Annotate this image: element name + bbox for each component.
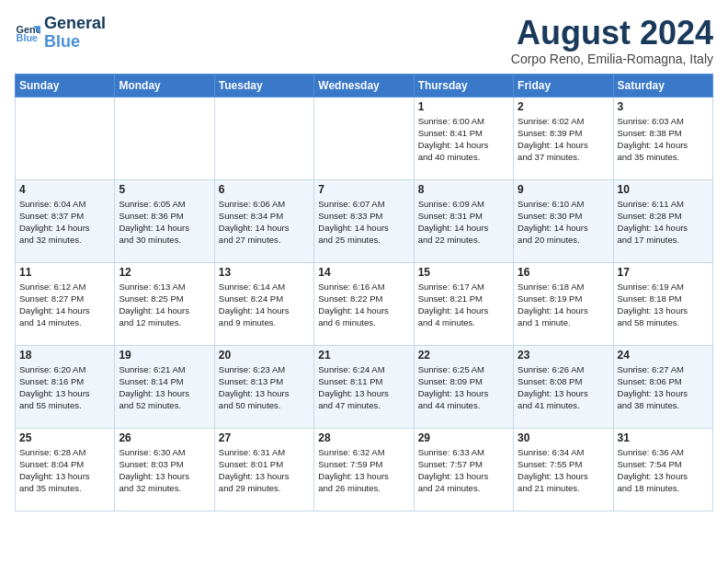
calendar-cell: 11Sunrise: 6:12 AM Sunset: 8:27 PM Dayli…	[16, 262, 115, 345]
day-number: 16	[518, 266, 609, 279]
day-number: 22	[418, 349, 509, 362]
day-detail: Sunrise: 6:04 AM Sunset: 8:37 PM Dayligh…	[19, 198, 110, 247]
day-detail: Sunrise: 6:11 AM Sunset: 8:28 PM Dayligh…	[618, 198, 709, 247]
day-number: 29	[418, 431, 509, 444]
calendar-cell: 30Sunrise: 6:34 AM Sunset: 7:55 PM Dayli…	[514, 428, 613, 511]
calendar-cell: 20Sunrise: 6:23 AM Sunset: 8:13 PM Dayli…	[214, 345, 313, 428]
day-number: 23	[518, 349, 609, 362]
weekday-header-tuesday: Tuesday	[214, 74, 313, 97]
day-detail: Sunrise: 6:02 AM Sunset: 8:39 PM Dayligh…	[518, 115, 609, 164]
day-number: 8	[418, 183, 509, 196]
day-number: 19	[119, 349, 210, 362]
logo: General Blue GeneralBlue	[15, 15, 106, 52]
calendar-cell: 31Sunrise: 6:36 AM Sunset: 7:54 PM Dayli…	[613, 428, 712, 511]
calendar-subtitle: Corpo Reno, Emilia-Romagna, Italy	[511, 52, 713, 66]
day-number: 20	[219, 349, 310, 362]
calendar-cell: 26Sunrise: 6:30 AM Sunset: 8:03 PM Dayli…	[115, 428, 214, 511]
logo-icon: General Blue	[15, 20, 40, 46]
day-detail: Sunrise: 6:12 AM Sunset: 8:27 PM Dayligh…	[19, 281, 110, 329]
calendar-cell: 29Sunrise: 6:33 AM Sunset: 7:57 PM Dayli…	[414, 428, 513, 511]
day-detail: Sunrise: 6:25 AM Sunset: 8:09 PM Dayligh…	[418, 363, 509, 412]
day-detail: Sunrise: 6:00 AM Sunset: 8:41 PM Dayligh…	[418, 115, 509, 164]
day-number: 21	[318, 349, 409, 362]
calendar-cell: 24Sunrise: 6:27 AM Sunset: 8:06 PM Dayli…	[613, 345, 712, 428]
day-detail: Sunrise: 6:05 AM Sunset: 8:36 PM Dayligh…	[119, 198, 210, 247]
calendar-cell	[214, 97, 313, 179]
day-number: 24	[618, 349, 709, 362]
day-detail: Sunrise: 6:28 AM Sunset: 8:04 PM Dayligh…	[19, 446, 110, 495]
calendar-cell: 15Sunrise: 6:17 AM Sunset: 8:21 PM Dayli…	[414, 262, 513, 345]
day-detail: Sunrise: 6:36 AM Sunset: 7:54 PM Dayligh…	[618, 446, 709, 495]
day-detail: Sunrise: 6:14 AM Sunset: 8:24 PM Dayligh…	[219, 281, 310, 329]
calendar-cell: 1Sunrise: 6:00 AM Sunset: 8:41 PM Daylig…	[414, 97, 513, 179]
day-detail: Sunrise: 6:07 AM Sunset: 8:33 PM Dayligh…	[318, 198, 409, 247]
logo-blue: Blue	[44, 32, 80, 51]
day-detail: Sunrise: 6:33 AM Sunset: 7:57 PM Dayligh…	[418, 446, 509, 495]
calendar-week-row: 18Sunrise: 6:20 AM Sunset: 8:16 PM Dayli…	[16, 345, 713, 428]
day-number: 12	[119, 266, 210, 279]
day-number: 15	[418, 266, 509, 279]
calendar-week-row: 4Sunrise: 6:04 AM Sunset: 8:37 PM Daylig…	[16, 179, 713, 262]
page-header: General Blue GeneralBlue August 2024 Cor…	[15, 15, 713, 66]
day-number: 3	[618, 100, 709, 113]
calendar-cell: 25Sunrise: 6:28 AM Sunset: 8:04 PM Dayli…	[16, 428, 115, 511]
calendar-cell: 6Sunrise: 6:06 AM Sunset: 8:34 PM Daylig…	[214, 179, 313, 262]
day-detail: Sunrise: 6:20 AM Sunset: 8:16 PM Dayligh…	[19, 363, 110, 412]
calendar-cell: 5Sunrise: 6:05 AM Sunset: 8:36 PM Daylig…	[115, 179, 214, 262]
calendar-table: SundayMondayTuesdayWednesdayThursdayFrid…	[15, 74, 713, 511]
calendar-cell: 8Sunrise: 6:09 AM Sunset: 8:31 PM Daylig…	[414, 179, 513, 262]
weekday-header-thursday: Thursday	[414, 74, 513, 97]
day-detail: Sunrise: 6:06 AM Sunset: 8:34 PM Dayligh…	[219, 198, 310, 247]
calendar-cell: 14Sunrise: 6:16 AM Sunset: 8:22 PM Dayli…	[314, 262, 414, 345]
day-detail: Sunrise: 6:03 AM Sunset: 8:38 PM Dayligh…	[618, 115, 709, 164]
day-number: 10	[618, 183, 709, 196]
day-detail: Sunrise: 6:18 AM Sunset: 8:19 PM Dayligh…	[518, 281, 609, 329]
day-detail: Sunrise: 6:17 AM Sunset: 8:21 PM Dayligh…	[418, 281, 509, 329]
calendar-title: August 2024	[511, 15, 713, 52]
day-number: 6	[219, 183, 310, 196]
day-number: 13	[219, 266, 310, 279]
day-detail: Sunrise: 6:10 AM Sunset: 8:30 PM Dayligh…	[518, 198, 609, 247]
day-detail: Sunrise: 6:24 AM Sunset: 8:11 PM Dayligh…	[318, 363, 409, 412]
day-number: 30	[518, 431, 609, 444]
day-detail: Sunrise: 6:09 AM Sunset: 8:31 PM Dayligh…	[418, 198, 509, 247]
calendar-cell: 9Sunrise: 6:10 AM Sunset: 8:30 PM Daylig…	[514, 179, 613, 262]
calendar-cell: 2Sunrise: 6:02 AM Sunset: 8:39 PM Daylig…	[514, 97, 613, 179]
calendar-cell	[16, 97, 115, 179]
calendar-cell: 28Sunrise: 6:32 AM Sunset: 7:59 PM Dayli…	[314, 428, 414, 511]
day-detail: Sunrise: 6:32 AM Sunset: 7:59 PM Dayligh…	[318, 446, 409, 495]
calendar-cell: 19Sunrise: 6:21 AM Sunset: 8:14 PM Dayli…	[115, 345, 214, 428]
day-detail: Sunrise: 6:26 AM Sunset: 8:08 PM Dayligh…	[518, 363, 609, 412]
day-detail: Sunrise: 6:31 AM Sunset: 8:01 PM Dayligh…	[219, 446, 310, 495]
weekday-header-monday: Monday	[115, 74, 214, 97]
calendar-cell: 18Sunrise: 6:20 AM Sunset: 8:16 PM Dayli…	[16, 345, 115, 428]
day-number: 11	[19, 266, 110, 279]
calendar-cell	[314, 97, 414, 179]
calendar-cell: 13Sunrise: 6:14 AM Sunset: 8:24 PM Dayli…	[214, 262, 313, 345]
calendar-cell: 3Sunrise: 6:03 AM Sunset: 8:38 PM Daylig…	[613, 97, 712, 179]
calendar-cell: 22Sunrise: 6:25 AM Sunset: 8:09 PM Dayli…	[414, 345, 513, 428]
calendar-week-row: 1Sunrise: 6:00 AM Sunset: 8:41 PM Daylig…	[16, 97, 713, 179]
calendar-cell: 4Sunrise: 6:04 AM Sunset: 8:37 PM Daylig…	[16, 179, 115, 262]
day-detail: Sunrise: 6:13 AM Sunset: 8:25 PM Dayligh…	[119, 281, 210, 329]
weekday-header-wednesday: Wednesday	[314, 74, 414, 97]
day-detail: Sunrise: 6:16 AM Sunset: 8:22 PM Dayligh…	[318, 281, 409, 329]
day-number: 4	[19, 183, 110, 196]
calendar-cell: 10Sunrise: 6:11 AM Sunset: 8:28 PM Dayli…	[613, 179, 712, 262]
calendar-week-row: 25Sunrise: 6:28 AM Sunset: 8:04 PM Dayli…	[16, 428, 713, 511]
weekday-header-sunday: Sunday	[16, 74, 115, 97]
day-number: 14	[318, 266, 409, 279]
calendar-cell: 27Sunrise: 6:31 AM Sunset: 8:01 PM Dayli…	[214, 428, 313, 511]
calendar-cell: 12Sunrise: 6:13 AM Sunset: 8:25 PM Dayli…	[115, 262, 214, 345]
day-number: 31	[618, 431, 709, 444]
day-number: 1	[418, 100, 509, 113]
day-number: 28	[318, 431, 409, 444]
day-detail: Sunrise: 6:30 AM Sunset: 8:03 PM Dayligh…	[119, 446, 210, 495]
weekday-header-saturday: Saturday	[613, 74, 712, 97]
day-detail: Sunrise: 6:34 AM Sunset: 7:55 PM Dayligh…	[518, 446, 609, 495]
day-number: 27	[219, 431, 310, 444]
calendar-cell: 16Sunrise: 6:18 AM Sunset: 8:19 PM Dayli…	[514, 262, 613, 345]
day-detail: Sunrise: 6:23 AM Sunset: 8:13 PM Dayligh…	[219, 363, 310, 412]
day-detail: Sunrise: 6:21 AM Sunset: 8:14 PM Dayligh…	[119, 363, 210, 412]
day-number: 18	[19, 349, 110, 362]
